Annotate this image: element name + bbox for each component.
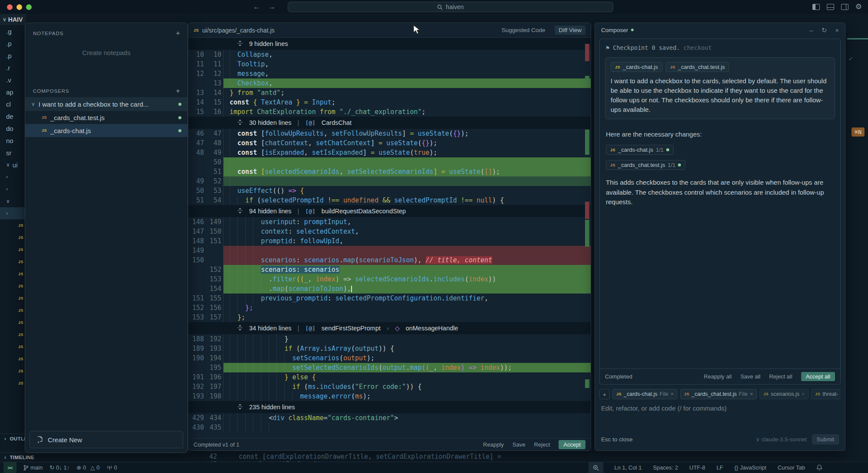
tree-item[interactable]: JS (0, 304, 26, 316)
tree-item[interactable]: ap (0, 86, 26, 98)
remote-indicator[interactable]: >< (3, 462, 16, 473)
context-pill[interactable]: JS_cards_chat.test.jsFile× (680, 389, 757, 399)
tree-item[interactable]: JS (0, 244, 26, 256)
toggle-left-sidebar-icon[interactable] (812, 4, 820, 10)
problems-indicator[interactable]: ⊗0 △0 (76, 464, 99, 471)
composer-input[interactable]: Edit, refactor, or add code (/ for comma… (601, 404, 839, 412)
file-chip[interactable]: JS_cards_chat.test.js (666, 62, 729, 72)
reject-button[interactable]: Reject (534, 441, 550, 448)
tree-item[interactable]: JS (0, 219, 26, 232)
minimize-icon[interactable]: – (809, 27, 813, 33)
encoding-indicator[interactable]: UTF-8 (689, 464, 705, 471)
accept-button[interactable]: Accept (559, 440, 585, 449)
tree-item[interactable]: sr (0, 147, 26, 159)
file-chip[interactable]: JS_cards-chat.js (611, 62, 662, 72)
tree-item[interactable]: de (0, 110, 26, 122)
tree-item[interactable]: JS (0, 292, 26, 304)
suggested-code-button[interactable]: Suggested Code (502, 27, 546, 33)
language-indicator[interactable]: {} JavaScript (734, 464, 766, 471)
tree-item[interactable]: do (0, 122, 26, 134)
tree-item[interactable]: › (0, 183, 26, 195)
close-icon[interactable]: × (750, 391, 753, 397)
accept-all-button[interactable]: Accept all (801, 372, 835, 381)
add-notepad-button[interactable]: + (176, 29, 181, 38)
overview-ruler[interactable] (585, 38, 589, 438)
context-pill[interactable]: JS_cards-chat.jsFile× (612, 389, 677, 399)
maximize-traffic-light[interactable] (26, 4, 32, 10)
tree-item[interactable]: ∨ (0, 195, 26, 207)
tree-item[interactable]: JS (0, 256, 26, 268)
back-arrow-icon[interactable]: ← (253, 3, 260, 11)
hidden-lines-band[interactable]: 30 hidden lines|[@]CardsChat (188, 117, 591, 129)
context-pill[interactable]: JSthreat- (811, 389, 841, 399)
tree-item[interactable]: JS (0, 316, 26, 329)
git-branch[interactable]: main (23, 464, 43, 471)
gear-icon[interactable]: ⚙ (855, 3, 862, 10)
toggle-right-sidebar-icon[interactable] (841, 4, 848, 10)
ruler-mark (585, 76, 589, 83)
tree-item[interactable]: no (0, 134, 26, 147)
feedback-indicator[interactable]: 0 (107, 464, 117, 471)
model-selector[interactable]: ∨ claude-3.5-sonnet (756, 436, 806, 443)
tree-item[interactable]: JS (0, 365, 26, 377)
composer-list-item[interactable]: ∨ I want to add a checkbox to the card..… (25, 97, 187, 111)
save-all-button[interactable]: Save all (740, 373, 760, 380)
cursor-tab-indicator[interactable]: Cursor Tab (778, 464, 805, 471)
hidden-lines-band[interactable]: 34 hidden lines|[@]sendFirstStepPrompt›◇… (188, 322, 591, 334)
add-context-button[interactable]: + (599, 389, 610, 399)
tree-item[interactable]: › (0, 171, 26, 183)
chevron-right-icon: › (4, 454, 6, 460)
ruler-mark (585, 44, 589, 61)
tree-item[interactable]: .p (0, 37, 26, 49)
tree-item[interactable]: .r (0, 62, 26, 74)
create-new-button[interactable]: Create New (30, 431, 183, 448)
file-tree-root[interactable]: ∨ HAIV (0, 14, 26, 25)
tree-item[interactable]: JS (0, 329, 26, 341)
close-icon[interactable]: × (835, 27, 839, 33)
diff-row: 190194 setScenarios(output); (188, 353, 591, 363)
diff-view-button[interactable]: Diff View (555, 26, 585, 35)
hidden-lines-band[interactable]: 94 hidden lines|[@]buildRequestDataSecon… (188, 205, 591, 217)
reapply-button[interactable]: Reapply (483, 441, 504, 448)
spaces-indicator[interactable]: Spaces: 2 (653, 464, 678, 471)
toggle-bottom-panel-icon[interactable] (827, 4, 834, 10)
tree-item[interactable]: cl (0, 98, 26, 110)
tree-item[interactable]: JS (0, 377, 26, 389)
timeline-section[interactable]: › TIMELINE (0, 452, 191, 462)
zoom-indicator[interactable] (589, 462, 603, 473)
change-file-chip[interactable]: JS _cards-chat.js 1/1 (606, 145, 674, 155)
change-file-chip[interactable]: JS _cards_chat.test.js 1/1 (606, 160, 685, 170)
checkout-link[interactable]: checkout (684, 44, 712, 51)
reload-icon[interactable]: ↻ (822, 27, 827, 33)
close-icon[interactable]: × (671, 391, 674, 397)
tree-item[interactable]: .v (0, 74, 26, 86)
hidden-lines-band[interactable]: 235 hidden lines (188, 401, 591, 413)
bell-icon[interactable] (816, 464, 822, 471)
add-composer-button[interactable]: + (176, 87, 181, 95)
sync-status[interactable]: ↻ 0↓ 1↑ (49, 464, 69, 471)
reject-all-button[interactable]: Reject all (769, 373, 792, 380)
submit-button[interactable]: Submit (812, 434, 839, 444)
diff-row: 51 const [selectedScenarioIds, setSelect… (188, 167, 591, 176)
forward-arrow-icon[interactable]: → (268, 3, 276, 11)
tree-item[interactable]: JS (0, 353, 26, 365)
composer-file-item[interactable]: JS _cards_chat.test.js (25, 111, 187, 124)
tree-item[interactable]: JS (0, 232, 26, 244)
eol-indicator[interactable]: LF (717, 464, 723, 471)
reapply-all-button[interactable]: Reapply all (704, 373, 732, 380)
context-pill[interactable]: JSscenarios.js+ (760, 389, 809, 399)
tree-item[interactable]: .g (0, 25, 26, 37)
close-traffic-light[interactable] (7, 4, 13, 10)
tree-item[interactable]: JS (0, 280, 26, 292)
tree-item[interactable]: › (0, 207, 26, 219)
composer-file-item-selected[interactable]: JS _cards-chat.js (25, 124, 187, 137)
hidden-lines-band[interactable]: 9 hidden lines (188, 38, 591, 50)
tree-item[interactable]: ∨ui (0, 159, 26, 171)
line-col-indicator[interactable]: Ln 1, Col 1 (615, 464, 642, 471)
tree-item[interactable]: .p (0, 49, 26, 62)
save-button[interactable]: Save (513, 441, 526, 448)
tree-item[interactable]: JS (0, 341, 26, 353)
window-search-input[interactable]: haiven (288, 2, 613, 12)
minimize-traffic-light[interactable] (16, 4, 22, 10)
tree-item[interactable]: JS (0, 268, 26, 280)
